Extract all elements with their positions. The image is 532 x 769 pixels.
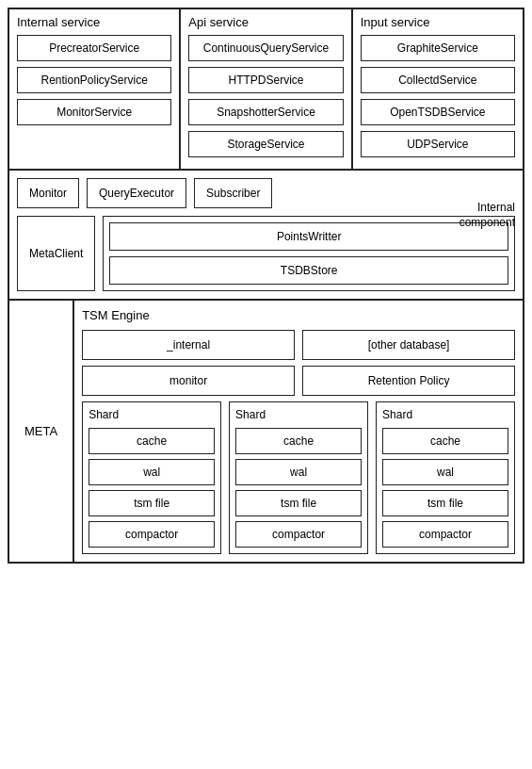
internal-service-box: Internal service PrecreatorService Renti… bbox=[9, 9, 181, 169]
internal-components-row: Internal component Monitor QueryExecutor… bbox=[8, 171, 524, 301]
subscriber-component: Subscriber bbox=[194, 178, 272, 208]
shard-2: Shard cache wal tsm file compactor bbox=[229, 401, 368, 554]
shard-3: Shard cache wal tsm file compactor bbox=[376, 401, 515, 554]
shard-1-tsm-file: tsm file bbox=[89, 490, 215, 516]
input-service-box: Input service GraphiteService CollectdSe… bbox=[353, 9, 523, 169]
api-service-title: Api service bbox=[188, 15, 343, 29]
shards-row: Shard cache wal tsm file compactor Shard… bbox=[82, 401, 515, 554]
service-item-cqs: ContinuousQueryService bbox=[188, 35, 343, 61]
tsm-engine-area: TSM Engine _internal [other database] mo… bbox=[74, 301, 523, 562]
shard-2-wal: wal bbox=[235, 459, 362, 485]
shard-2-compactor: compactor bbox=[235, 521, 362, 548]
shard-3-title: Shard bbox=[382, 408, 508, 421]
other-db: [other database] bbox=[302, 330, 515, 360]
shard-2-cache: cache bbox=[235, 428, 362, 454]
service-item-collectd: CollectdService bbox=[361, 67, 515, 93]
service-item-rention: RentionPolicyService bbox=[17, 67, 171, 93]
shard-3-wal: wal bbox=[382, 459, 508, 485]
queryexecutor-component: QueryExecutor bbox=[87, 178, 186, 208]
db-row-2: monitor Retention Policy bbox=[82, 366, 515, 396]
input-service-title: Input service bbox=[361, 15, 515, 29]
monitor-component: Monitor bbox=[17, 178, 79, 208]
service-item-graphite: GraphiteService bbox=[361, 35, 515, 61]
service-item-udp: UDPService bbox=[361, 131, 515, 157]
shard-1-title: Shard bbox=[89, 408, 215, 421]
shard-1: Shard cache wal tsm file compactor bbox=[82, 401, 221, 554]
internal-component-label: Internal component bbox=[459, 201, 515, 230]
shard-2-title: Shard bbox=[235, 408, 362, 421]
monitor-db: monitor bbox=[82, 366, 295, 396]
points-writter-component: PointsWritter bbox=[109, 222, 508, 251]
architecture-diagram: Internal service PrecreatorService Renti… bbox=[8, 8, 524, 564]
internal-service-title: Internal service bbox=[17, 15, 171, 29]
meta-label: META bbox=[9, 301, 74, 562]
retention-policy-db: Retention Policy bbox=[302, 366, 515, 396]
service-item-precreator: PrecreatorService bbox=[17, 35, 171, 61]
service-item-storage: StorageService bbox=[188, 131, 343, 157]
shard-3-cache: cache bbox=[382, 428, 508, 454]
tsdb-store-component: TSDBStore bbox=[109, 256, 508, 285]
service-item-opentsdb: OpenTSDBService bbox=[361, 99, 515, 125]
api-service-box: Api service ContinuousQueryService HTTPD… bbox=[181, 9, 352, 169]
right-components-group: PointsWritter TSDBStore bbox=[103, 216, 515, 291]
shard-1-compactor: compactor bbox=[89, 521, 215, 548]
db-row-1: _internal [other database] bbox=[82, 330, 515, 360]
shard-3-compactor: compactor bbox=[382, 521, 508, 548]
shard-1-cache: cache bbox=[89, 428, 215, 454]
services-row: Internal service PrecreatorService Renti… bbox=[8, 8, 524, 171]
metaclient-component: MetaClient bbox=[17, 216, 95, 291]
shard-1-wal: wal bbox=[89, 459, 215, 485]
top-components: Monitor QueryExecutor Subscriber bbox=[17, 178, 515, 208]
tsm-engine-row: META TSM Engine _internal [other databas… bbox=[8, 301, 524, 564]
service-item-httpd: HTTPDService bbox=[188, 67, 343, 93]
shard-2-tsm-file: tsm file bbox=[235, 490, 362, 516]
shard-3-tsm-file: tsm file bbox=[382, 490, 508, 516]
bottom-components: MetaClient PointsWritter TSDBStore bbox=[17, 216, 515, 291]
internal-db: _internal bbox=[82, 330, 295, 360]
tsm-engine-title: TSM Engine bbox=[82, 308, 515, 322]
service-item-monitor: MonitorService bbox=[17, 99, 171, 125]
service-item-snapshotter: SnapshotterService bbox=[188, 99, 343, 125]
